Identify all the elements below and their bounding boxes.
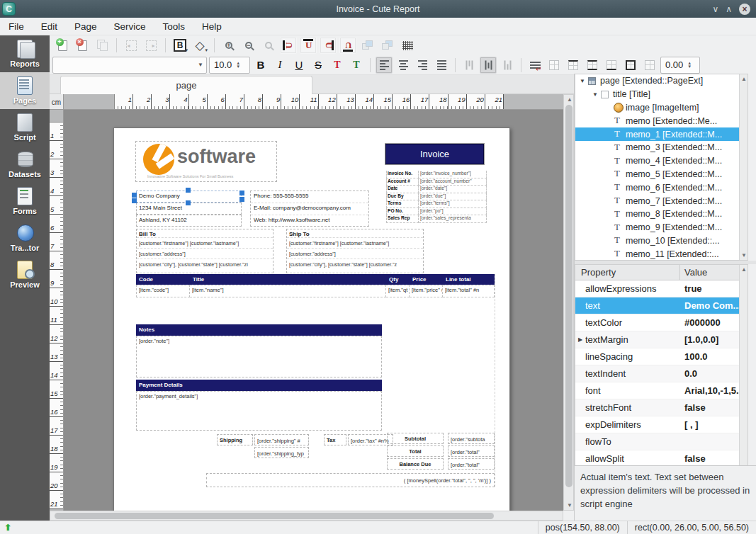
expander-icon[interactable]: ▶	[575, 336, 585, 343]
tree-item[interactable]: memo_6 [Extended::M...	[575, 181, 747, 194]
align-justify-button[interactable]	[433, 57, 450, 74]
tree-item[interactable]: memo_5 [Extended::M...	[575, 168, 747, 181]
tree-item[interactable]: memo_3 [Extended::M...	[575, 141, 747, 154]
border-top-button[interactable]	[565, 57, 582, 74]
expander-icon[interactable]: ▼	[578, 78, 587, 84]
add-primitive-button[interactable]: ◇▾	[191, 37, 208, 54]
align-center-button[interactable]	[395, 57, 412, 74]
valign-bottom-button[interactable]	[499, 57, 516, 74]
scroll-down-icon[interactable]: ▼	[567, 502, 572, 509]
total-value[interactable]: [order."total"	[448, 445, 495, 457]
close-button[interactable]: ×	[739, 4, 750, 15]
money-spell-memo[interactable]: ( [moneySpell(order."total", ", ", 'm')]…	[206, 473, 495, 487]
contact-memo[interactable]: Phone: 555-555-5555 E-Mail: company@demo…	[250, 191, 369, 227]
report-page[interactable]: software Innovative Software Solutions F…	[113, 127, 510, 511]
canvas-vertical-scrollbar[interactable]: ▲ ▼	[563, 94, 574, 511]
property-row[interactable]: expDelimiters [ , ]	[575, 416, 747, 433]
align-left-button[interactable]	[376, 57, 393, 74]
move-item-left-button[interactable]	[123, 37, 140, 54]
property-row[interactable]: textColor #000000	[575, 314, 747, 331]
expander-icon[interactable]: ▼	[591, 91, 599, 98]
payment-band[interactable]: Payment Details	[136, 380, 382, 391]
total-label[interactable]: Total	[387, 445, 444, 457]
underline-button[interactable]: U	[290, 57, 308, 74]
scrollbar-thumb[interactable]	[55, 513, 494, 519]
selection-handle[interactable]	[186, 188, 191, 193]
zoom-original-button[interactable]	[260, 37, 277, 54]
tree-scrollbar[interactable]: ▲▼	[739, 74, 747, 260]
tree-item[interactable]: memo_9 [Extended::M...	[575, 221, 747, 234]
bold-button[interactable]: B	[252, 57, 269, 74]
tax-label[interactable]: Tax	[324, 434, 346, 445]
tree-item[interactable]: ▼ page [Extended::PageExt]	[575, 74, 747, 88]
sidebar-item-datasets[interactable]: Datasets	[0, 146, 50, 183]
property-row[interactable]: text Demo Com...	[575, 297, 747, 314]
italic-button[interactable]: I	[271, 57, 288, 74]
magnet-left-button[interactable]: U	[280, 37, 297, 54]
selection-handle[interactable]	[132, 198, 137, 203]
strikethrough-button[interactable]: S	[310, 57, 327, 74]
border-top-bottom-button[interactable]	[584, 57, 601, 74]
clone-page-button[interactable]	[94, 37, 111, 54]
send-backward-button[interactable]	[379, 37, 396, 54]
text-background-button[interactable]: T	[348, 57, 365, 74]
tree-item[interactable]: ▼ title [Title]	[575, 88, 747, 101]
border-bottom-button[interactable]	[603, 57, 620, 74]
subtotal-value[interactable]: [order."subtota	[448, 433, 495, 444]
menu-tools[interactable]: Tools	[163, 21, 186, 32]
selection-handle[interactable]	[186, 200, 191, 205]
scrollbar-thumb[interactable]	[565, 105, 572, 487]
menu-file[interactable]: File	[9, 21, 24, 32]
menu-page[interactable]: Page	[74, 21, 97, 32]
balance-due-label[interactable]: Balance Due	[387, 458, 444, 470]
new-page-button[interactable]: +	[54, 37, 71, 54]
notes-band[interactable]: Notes	[136, 324, 382, 336]
shipping-value[interactable]: [order."shipping" #	[254, 434, 309, 445]
tree-item[interactable]: memo_1 [Extended::M...	[575, 127, 747, 141]
canvas-horizontal-scrollbar[interactable]	[50, 511, 563, 521]
magnet-right-button[interactable]: U	[320, 37, 337, 54]
property-column-header[interactable]: Property	[575, 265, 680, 280]
sidebar-item-translator[interactable]: Tra...tor	[0, 220, 50, 256]
selection-handle[interactable]	[239, 197, 244, 202]
border-all-button[interactable]	[622, 57, 639, 74]
property-row[interactable]: stretchFont false	[575, 399, 747, 416]
items-table-header[interactable]: Code Title Qty Price Line total	[136, 274, 495, 285]
selection-handle[interactable]	[239, 191, 244, 195]
tree-item[interactable]: image [ImageItem]	[575, 101, 747, 115]
bring-forward-button[interactable]	[359, 37, 376, 54]
font-family-combo[interactable]: ▼	[52, 57, 207, 74]
magnet-top-button[interactable]: U	[300, 37, 317, 54]
invoice-title[interactable]: Invoice	[385, 144, 484, 164]
subtotal-label[interactable]: Subtotal	[387, 433, 444, 444]
ship-to-block[interactable]: Ship To [customer."firstname"] [customer…	[286, 229, 424, 273]
menu-service[interactable]: Service	[114, 21, 146, 32]
zoom-out-button[interactable]: −	[240, 37, 257, 54]
memo-city[interactable]: Ashland, KY 41102	[136, 215, 242, 227]
tree-item[interactable]: memo_7 [Extended::M...	[575, 194, 747, 208]
border-none-button[interactable]	[546, 57, 563, 74]
invoice-info-table[interactable]: Invoice No.[order."invoice_number"]Accou…	[386, 171, 487, 223]
items-table-row[interactable]: [item."code"] [item."name"] [item."qt [i…	[136, 285, 495, 297]
bill-to-block[interactable]: Bill To [customer."firstname"] [customer…	[136, 229, 273, 273]
magnet-bottom-button[interactable]: U	[339, 37, 356, 54]
sidebar-item-forms[interactable]: Forms	[0, 183, 50, 220]
property-row[interactable]: textIndent 0.0	[575, 365, 747, 382]
align-right-button[interactable]	[414, 57, 431, 74]
property-row[interactable]: flowTo	[575, 433, 747, 450]
move-item-right-button[interactable]	[142, 37, 159, 54]
balance-due-value[interactable]: [order."total"	[448, 458, 495, 470]
minimize-button[interactable]: ∨	[712, 4, 718, 14]
property-row[interactable]: lineSpacing 100.0	[575, 348, 747, 365]
value-column-header[interactable]: Value	[680, 265, 747, 280]
delete-page-button[interactable]: ×	[74, 37, 91, 54]
tree-item[interactable]: memo_8 [Extended::M...	[575, 208, 747, 221]
tree-item[interactable]: memo_4 [Extended::M...	[575, 154, 747, 168]
notes-memo[interactable]: [order."note"]	[136, 336, 382, 377]
zoom-in-button[interactable]: +	[220, 37, 237, 54]
sidebar-item-script[interactable]: Script	[0, 109, 50, 146]
text-color-button[interactable]: T	[329, 57, 346, 74]
property-row[interactable]: allowExpressions true	[575, 280, 747, 297]
property-row[interactable]: font Arial,10,-1,5...	[575, 382, 747, 399]
tab-page[interactable]: page	[60, 76, 312, 94]
